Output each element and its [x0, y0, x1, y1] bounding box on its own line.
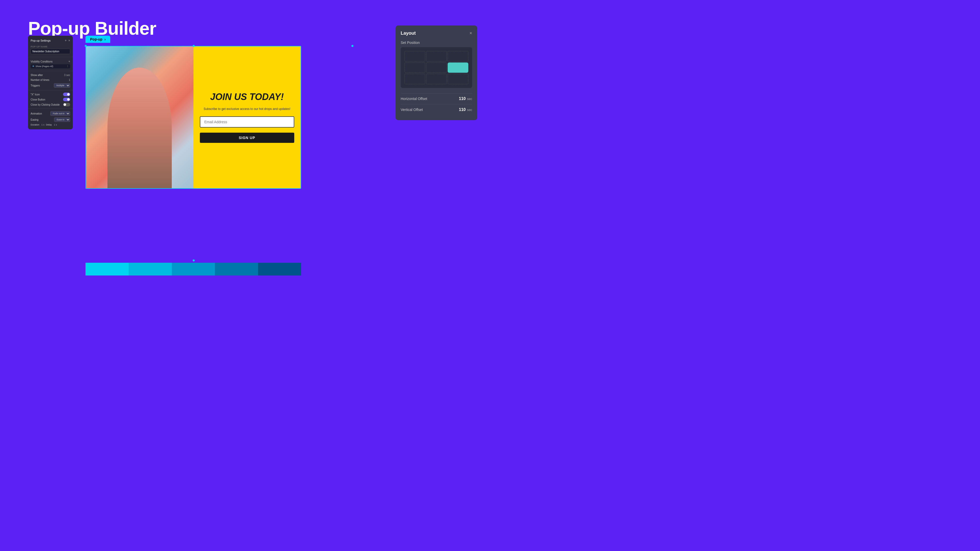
- close-by-clicking-toggle[interactable]: [63, 103, 70, 106]
- x-icon-label: "X" Icon: [30, 93, 40, 96]
- stripe-1: [86, 263, 129, 275]
- show-after-row: Show after 3 sec: [28, 73, 73, 78]
- easing-row: Easing Ease-in: [28, 117, 73, 123]
- visibility-add-icon[interactable]: +: [68, 60, 70, 63]
- close-by-clicking-label: Close by Clicking Outside: [30, 103, 60, 106]
- handle-bottom-center[interactable]: [192, 259, 195, 262]
- popup-content: JOIN US TODAY! Subscribe to get exclusiv…: [86, 46, 301, 189]
- delay-value: 1 s: [54, 124, 57, 126]
- vertical-offset-unit: sec: [467, 108, 472, 112]
- settings-panel-title: Pop-up Settings: [30, 39, 51, 42]
- horizontal-offset-row: Horizontal Offset 110 sec: [401, 93, 472, 104]
- duration-label: Duration: [30, 124, 39, 126]
- stripe-4: [215, 263, 258, 275]
- popup-subtext: Subscribe to get exclusive access to our…: [204, 107, 290, 111]
- x-icon-toggle[interactable]: [63, 93, 70, 96]
- grid-cell-bottom-center[interactable]: [426, 74, 447, 84]
- visibility-header: Visibility Conditions +: [30, 60, 70, 63]
- popup-tab-label: Pop-up: [90, 37, 102, 41]
- stripe-3: [172, 263, 215, 275]
- popup-tab-arrow: ›: [104, 37, 106, 41]
- duration-row: Duration 1 s Delay 1 s: [28, 123, 73, 127]
- bottom-stripe: [86, 263, 301, 275]
- triggers-label: Triggers: [30, 84, 40, 87]
- animation-label: Animation: [30, 112, 42, 115]
- layout-panel: Layout × Set Position Horizontal Offset …: [396, 25, 477, 120]
- handle-top-right[interactable]: [352, 45, 353, 47]
- settings-header-icons: + ×: [65, 39, 70, 42]
- horizontal-offset-number: 110: [459, 97, 466, 101]
- horizontal-offset-value-group: 110 sec: [459, 97, 472, 101]
- visibility-section: Visibility Conditions + 👁Show (Pages-All…: [28, 59, 73, 69]
- popup-name-label: Pop-up Name: [30, 45, 70, 48]
- visibility-title: Visibility Conditions: [30, 60, 52, 63]
- grid-cell-top-center[interactable]: [426, 51, 447, 62]
- x-icon-row: "X" Icon: [28, 92, 73, 97]
- visibility-item[interactable]: 👁Show (Pages-All) ⋮: [30, 64, 70, 68]
- number-of-times-value: 1: [68, 79, 70, 81]
- duration-value: 1 s: [41, 124, 45, 126]
- vertical-offset-row: Vertical Offset 110 sec: [401, 104, 472, 115]
- animation-select[interactable]: Fade out-in: [50, 111, 70, 116]
- popup-heading: JOIN US TODAY!: [210, 92, 284, 102]
- set-position-label: Set Position: [401, 41, 472, 44]
- close-button-row: Close Button: [28, 97, 73, 102]
- handle-top-left[interactable]: [85, 45, 87, 47]
- grid-cell-bottom-left[interactable]: [404, 74, 425, 84]
- eye-icon: 👁: [32, 65, 35, 68]
- close-settings-icon[interactable]: ×: [68, 39, 70, 42]
- triggers-select[interactable]: Multiple: [54, 83, 70, 88]
- layout-panel-header: Layout ×: [401, 30, 472, 36]
- grid-cell-middle-right[interactable]: [448, 62, 468, 73]
- vertical-offset-value-group: 110 sec: [459, 107, 472, 112]
- grid-cell-top-right[interactable]: [448, 51, 468, 62]
- layout-close-button[interactable]: ×: [469, 30, 472, 36]
- close-by-clicking-row: Close by Clicking Outside: [28, 102, 73, 107]
- vertical-offset-label: Vertical Offset: [401, 108, 423, 112]
- animation-row: Animation Fade out-in: [28, 110, 73, 117]
- layout-panel-title: Layout: [401, 30, 416, 36]
- popup-tab[interactable]: Pop-up ›: [86, 36, 110, 43]
- popup-email-input[interactable]: [200, 116, 294, 127]
- popup-photo-area: [86, 46, 193, 188]
- number-of-times-label: Number of times: [30, 79, 49, 81]
- handle-top-center[interactable]: [192, 45, 195, 47]
- visibility-more-icon[interactable]: ⋮: [66, 65, 68, 68]
- position-grid[interactable]: [401, 47, 472, 88]
- popup-photo: [86, 46, 193, 188]
- add-icon[interactable]: +: [65, 39, 67, 42]
- horizontal-offset-label: Horizontal Offset: [401, 97, 427, 101]
- grid-cell-top-left[interactable]: [404, 51, 425, 62]
- grid-cell-bottom-right[interactable]: [448, 74, 468, 84]
- show-after-label: Show after: [30, 74, 43, 76]
- grid-cell-middle-center[interactable]: [426, 62, 447, 73]
- popup-name-input[interactable]: [30, 49, 70, 54]
- horizontal-offset-unit: sec: [467, 97, 472, 101]
- show-after-value: 3 sec: [64, 74, 70, 76]
- grid-cell-middle-left[interactable]: [404, 62, 425, 73]
- popup-signup-button[interactable]: SIGN UP: [200, 133, 294, 143]
- close-button-label: Close Button: [30, 98, 45, 101]
- popup-settings-panel: Pop-up Settings + × Pop-up Name Visibili…: [28, 36, 73, 129]
- delay-label: Delay: [46, 124, 52, 126]
- popup-name-section: Pop-up Name: [28, 44, 73, 56]
- stripe-2: [129, 263, 172, 275]
- vertical-offset-number: 110: [459, 107, 466, 112]
- settings-header: Pop-up Settings + ×: [28, 38, 73, 44]
- triggers-row: Triggers Multiple: [28, 83, 73, 89]
- easing-select[interactable]: Ease-in: [54, 118, 70, 122]
- stripe-5: [258, 263, 301, 275]
- popup-right-content: JOIN US TODAY! Subscribe to get exclusiv…: [193, 46, 301, 188]
- close-button-toggle[interactable]: [63, 98, 70, 101]
- easing-label: Easing: [30, 118, 38, 121]
- number-of-times-row: Number of times 1: [28, 78, 73, 83]
